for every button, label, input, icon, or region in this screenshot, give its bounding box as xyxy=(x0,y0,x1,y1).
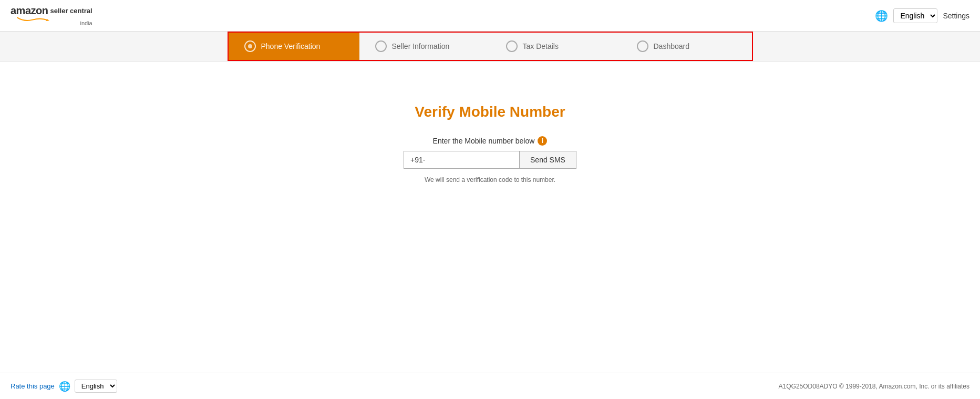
step-seller-information[interactable]: Seller Information xyxy=(359,33,490,60)
step-circle-inner-dashboard xyxy=(641,44,645,48)
mobile-label-text: Enter the Mobile number below xyxy=(433,137,535,145)
footer-globe-icon: 🌐 xyxy=(59,381,70,392)
footer-left: Rate this page 🌐 English xyxy=(11,380,117,393)
language-selector-header[interactable]: English xyxy=(893,8,937,23)
amazon-logo-text: amazon xyxy=(11,5,48,17)
step-circle-inner-tax xyxy=(510,44,514,48)
phone-input[interactable] xyxy=(404,151,519,169)
language-selector-footer[interactable]: English xyxy=(75,380,117,393)
mobile-label: Enter the Mobile number below i xyxy=(433,136,548,146)
rate-page-link[interactable]: Rate this page xyxy=(11,382,55,390)
logo: amazon seller central india xyxy=(11,5,92,26)
step-label-dashboard: Dashboard xyxy=(654,42,690,50)
step-label-phone: Phone Verification xyxy=(261,42,321,50)
header-right: 🌐 English Settings xyxy=(875,8,969,23)
footer-copyright: A1QG25OD08ADYO © 1999-2018, Amazon.com, … xyxy=(779,383,969,390)
step-label-seller: Seller Information xyxy=(392,42,450,50)
verify-note: We will send a verification code to this… xyxy=(425,176,555,183)
seller-central-text: seller central xyxy=(50,7,92,15)
footer: Rate this page 🌐 English A1QG25OD08ADYO … xyxy=(0,373,980,399)
step-label-tax: Tax Details xyxy=(523,42,559,50)
phone-row: Send SMS xyxy=(404,151,576,169)
step-circle-seller xyxy=(375,40,387,52)
header: amazon seller central india 🌐 English Se… xyxy=(0,0,980,32)
steps-inner: Phone Verification Seller Information Ta… xyxy=(228,32,753,61)
send-sms-button[interactable]: Send SMS xyxy=(519,151,576,169)
step-circle-tax xyxy=(506,40,518,52)
step-circle-inner-phone xyxy=(248,44,252,48)
step-circle-phone xyxy=(244,40,256,52)
main-content: Verify Mobile Number Enter the Mobile nu… xyxy=(0,62,980,373)
step-circle-inner-seller xyxy=(379,44,383,48)
verify-title: Verify Mobile Number xyxy=(415,104,565,120)
india-label: india xyxy=(11,20,92,26)
step-tax-details[interactable]: Tax Details xyxy=(490,33,621,60)
steps-bar: Phone Verification Seller Information Ta… xyxy=(0,32,980,62)
info-icon[interactable]: i xyxy=(538,136,547,146)
step-circle-dashboard xyxy=(637,40,648,52)
step-dashboard[interactable]: Dashboard xyxy=(621,33,752,60)
globe-icon: 🌐 xyxy=(875,9,888,22)
step-phone-verification[interactable]: Phone Verification xyxy=(229,33,359,60)
settings-link[interactable]: Settings xyxy=(943,12,969,20)
